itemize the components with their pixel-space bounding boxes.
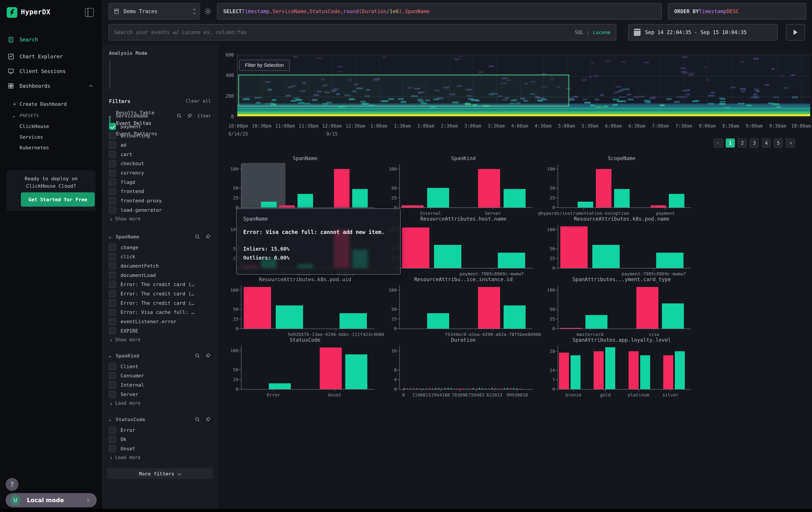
filter-option-payment[interactable]: payment — [109, 122, 213, 131]
filter-option-internal[interactable]: Internal — [109, 380, 213, 389]
filter-option-checkout[interactable]: checkout — [109, 159, 213, 168]
checkbox[interactable] — [109, 262, 116, 269]
checkbox[interactable] — [109, 309, 116, 316]
checkbox[interactable] — [109, 427, 116, 434]
clear-filter-button[interactable]: Clear — [198, 113, 211, 118]
sidebar-item-client-sessions[interactable]: Client Sessions — [0, 65, 102, 78]
chart-plot[interactable]: 100502505e02b5fb-13ae-4296-bbbc-111f423c… — [241, 286, 369, 329]
pin-icon[interactable] — [205, 416, 211, 422]
filter-option-error-the-credit-card-[interactable]: Error: The credit card (… — [109, 280, 213, 289]
outlier-bar[interactable] — [402, 227, 429, 268]
filter-option-flagd[interactable]: flagd — [109, 178, 213, 187]
run-query-button[interactable] — [786, 24, 805, 41]
events-heatmap[interactable]: Filter by Selection — [237, 53, 810, 117]
clear-all-button[interactable]: Clear all — [186, 99, 211, 104]
sidebar-subitem-presets[interactable]: PRESETS — [0, 111, 102, 120]
inlier-bar[interactable] — [427, 313, 449, 329]
checkbox[interactable] — [109, 272, 116, 279]
checkbox[interactable] — [109, 381, 116, 388]
checkbox[interactable] — [109, 197, 116, 204]
chart-plot[interactable]: 10050250mastercardvisa — [558, 286, 686, 329]
filter-option-consumer[interactable]: Consumer — [109, 371, 213, 380]
get-started-button[interactable]: Get Started for Free — [21, 192, 95, 207]
inlier-bar[interactable] — [669, 194, 685, 208]
inlier-bar[interactable] — [578, 202, 593, 208]
outlier-bar[interactable] — [560, 328, 582, 329]
inlier-bar[interactable] — [261, 202, 277, 208]
checkbox[interactable] — [109, 132, 116, 139]
chart-plot[interactable]: 1684001198813294418070309875948382201399… — [399, 346, 527, 389]
checkbox[interactable] — [109, 188, 116, 195]
filter-option-accounting[interactable]: accounting — [109, 131, 213, 140]
load-more-link-spankind[interactable]: Load more — [110, 399, 141, 407]
filter-option-expire[interactable]: EXPIRE — [109, 326, 213, 335]
gear-icon[interactable] — [204, 7, 212, 16]
chart-plot[interactable]: 10050250 — [241, 164, 369, 208]
filter-option-ad[interactable]: ad — [109, 140, 213, 150]
inlier-bar[interactable] — [503, 305, 526, 329]
inlier-bar[interactable] — [498, 253, 525, 268]
checkbox[interactable] — [109, 151, 116, 158]
show-more-link-spanname[interactable]: Show more — [110, 336, 141, 344]
chevron-down-icon[interactable] — [109, 419, 111, 421]
inlier-bar[interactable] — [662, 303, 684, 329]
checkbox[interactable] — [109, 179, 116, 186]
sql-select-input[interactable]: SELECT Timestamp, ServiceName, StatusCod… — [217, 3, 662, 20]
outlier-bar[interactable] — [244, 287, 271, 329]
inlier-bar[interactable] — [434, 245, 461, 268]
pagination-next[interactable] — [786, 138, 795, 147]
checkbox[interactable] — [109, 363, 116, 370]
chevron-down-icon[interactable] — [109, 115, 111, 117]
inlier-bar[interactable] — [592, 245, 620, 268]
filter-option-click[interactable]: click — [109, 252, 213, 261]
inlier-bar[interactable] — [269, 383, 291, 389]
inlier-bar[interactable] — [340, 313, 367, 329]
help-button[interactable]: ? — [5, 478, 19, 491]
pin-icon[interactable] — [205, 353, 211, 359]
date-range-picker[interactable]: Sep 14 22:04:35 - Sep 15 10:04:35 — [628, 24, 778, 41]
pin-icon[interactable] — [187, 113, 193, 119]
sidebar-subitem-kubernetes[interactable]: Kubernetes — [0, 143, 102, 152]
sidebar-subitem-clickhouse[interactable]: ClickHouse — [0, 122, 102, 131]
show-more-link-servicename[interactable]: Show more — [110, 215, 141, 223]
checkbox[interactable] — [109, 281, 116, 288]
checkbox[interactable] — [109, 391, 116, 398]
chevron-down-icon[interactable] — [109, 355, 111, 357]
filter-option-client[interactable]: Client — [109, 362, 213, 371]
more-filters-button[interactable]: More filters — [107, 468, 213, 479]
filter-option-unset[interactable]: Unset — [109, 444, 213, 453]
checkbox[interactable] — [109, 290, 116, 297]
checkbox[interactable] — [109, 299, 116, 306]
outlier-bar[interactable] — [478, 287, 500, 329]
filter-option-frontend[interactable]: frontend — [109, 187, 213, 196]
checkbox-checked[interactable] — [109, 123, 116, 130]
sidebar-subitem-services[interactable]: Services — [0, 132, 102, 141]
outlier-bar[interactable] — [663, 355, 673, 389]
sidebar-collapse-icon[interactable] — [85, 8, 94, 17]
chevron-down-icon[interactable] — [109, 236, 111, 238]
pagination-page-4[interactable]: 4 — [762, 138, 771, 147]
sidebar-subitem-create-dashboard[interactable]: +Create Dashboard — [0, 99, 102, 109]
pagination-page-2[interactable]: 2 — [738, 138, 747, 147]
inlier-bar[interactable] — [571, 355, 581, 389]
outlier-bar[interactable] — [596, 169, 612, 208]
chart-plot[interactable]: 10050250@hyperdx/instrumentation-excepti… — [558, 164, 686, 208]
lucene-toggle[interactable]: Lucene — [593, 30, 611, 35]
inlier-bar[interactable] — [675, 351, 685, 389]
filter-option-server[interactable]: Server — [109, 390, 213, 399]
source-select[interactable]: Demo Traces — [109, 3, 200, 20]
sidebar-item-dashboards[interactable]: Dashboards — [0, 80, 102, 92]
outlier-bar[interactable] — [560, 226, 588, 268]
filter-option-currency[interactable]: currency — [109, 168, 213, 178]
inlier-bar[interactable] — [585, 315, 607, 329]
outlier-bar[interactable] — [334, 169, 350, 208]
outlier-bar[interactable] — [559, 353, 569, 389]
chart-plot[interactable]: 10050250InternalServer — [399, 164, 527, 208]
outlier-bar[interactable] — [478, 169, 500, 208]
search-icon[interactable] — [195, 234, 200, 240]
inlier-bar[interactable] — [503, 189, 526, 208]
filter-option-error-visa-cache-full-[interactable]: Error: Visa cache full: … — [109, 308, 213, 317]
pagination-prev[interactable] — [714, 138, 723, 147]
local-mode-button[interactable]: U Local mode — [5, 493, 97, 507]
outlier-bar[interactable] — [650, 205, 666, 208]
